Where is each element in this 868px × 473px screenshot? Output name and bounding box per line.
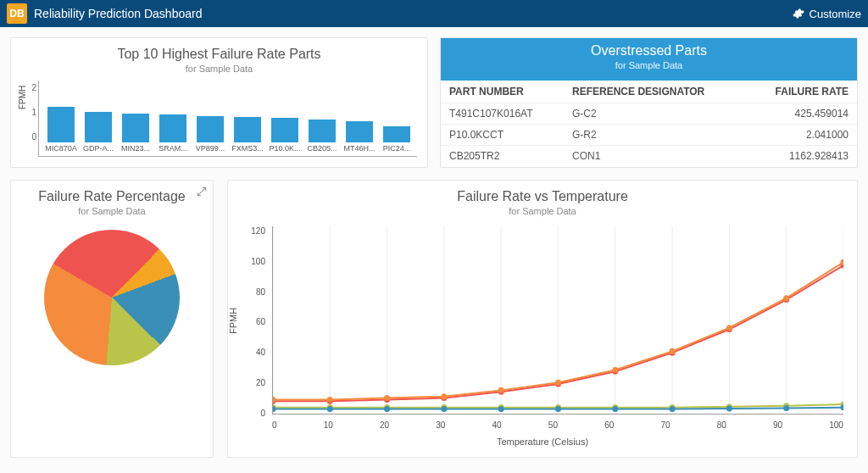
svg-point-26 <box>498 387 504 393</box>
bar-label: PIC24... <box>383 144 411 156</box>
app-header: DB Reliability Prediction Dashboard Cust… <box>0 0 868 27</box>
svg-point-51 <box>670 406 676 412</box>
pie-wrap <box>21 223 203 365</box>
svg-point-31 <box>783 295 789 301</box>
bar[interactable] <box>122 114 149 142</box>
header-left: DB Reliability Prediction Dashboard <box>7 3 202 24</box>
pie-title: Failure Rate Percentage <box>21 189 203 204</box>
bar[interactable] <box>47 107 75 143</box>
bar-col: P10.0K... <box>268 118 302 156</box>
bar-col: CB205... <box>305 120 339 156</box>
svg-point-28 <box>612 367 618 373</box>
svg-point-49 <box>555 406 561 412</box>
line-yaxis: 120100806040200 <box>238 223 267 418</box>
pie-chart <box>44 230 180 365</box>
svg-point-25 <box>441 393 447 399</box>
svg-point-48 <box>498 406 504 412</box>
table-row[interactable]: T491C107K016ATG-C2425.459014 <box>441 103 857 125</box>
bar-col: VP899... <box>193 116 227 156</box>
svg-point-23 <box>327 397 333 403</box>
svg-point-47 <box>441 406 447 412</box>
gear-icon <box>793 8 804 19</box>
bar-label: VP899... <box>196 144 225 156</box>
svg-point-50 <box>612 406 618 412</box>
bar-col: GDP-A... <box>81 112 115 156</box>
col-ref[interactable]: REFERENCE DESIGNATOR <box>564 81 747 103</box>
svg-point-53 <box>783 405 789 411</box>
bar[interactable] <box>197 116 224 142</box>
line-title: Failure Rate vs Temperature <box>238 189 847 204</box>
customize-label: Customize <box>810 8 861 20</box>
bar-area: MIC870AGDP-A...MIN23...SRAM...VP899...FX… <box>38 81 417 157</box>
dashboard-grid: Top 10 Highest Failure Rate Parts for Sa… <box>0 27 868 468</box>
bar[interactable] <box>383 126 410 142</box>
overstressed-panel: Overstressed Parts for Sample Data PART … <box>440 37 858 168</box>
expand-icon[interactable] <box>196 186 208 198</box>
line-xaxis: 0102030405060708090100 <box>272 420 843 430</box>
bar-col: MIC870A <box>44 107 78 157</box>
bar-label: CB205... <box>307 144 337 156</box>
overstressed-header: Overstressed Parts for Sample Data <box>441 38 857 81</box>
col-part[interactable]: PART NUMBER <box>441 81 564 103</box>
overstressed-title: Overstressed Parts <box>441 43 857 58</box>
line-panel: Failure Rate vs Temperature for Sample D… <box>227 180 858 458</box>
bar[interactable] <box>309 120 336 142</box>
bar-col: SRAM... <box>156 114 190 156</box>
bar[interactable] <box>346 121 373 143</box>
bar-label: GDP-A... <box>83 144 114 156</box>
bar[interactable] <box>159 114 186 142</box>
svg-point-30 <box>726 325 732 331</box>
pie-subtitle: for Sample Data <box>21 206 203 216</box>
page-title: Reliability Prediction Dashboard <box>34 7 202 20</box>
overstressed-subtitle: for Sample Data <box>441 60 857 70</box>
svg-point-24 <box>384 395 390 401</box>
svg-point-46 <box>384 406 390 412</box>
bar-col: MIN23... <box>119 114 153 156</box>
bar[interactable] <box>234 117 261 142</box>
bar-label: SRAM... <box>159 144 187 156</box>
svg-point-29 <box>670 348 676 354</box>
bar-label: P10.0K... <box>269 144 300 156</box>
bar-ylabel: FPMH <box>18 86 27 109</box>
svg-point-45 <box>327 406 333 412</box>
pie-panel: Failure Rate Percentage for Sample Data <box>10 180 214 458</box>
overstressed-table: PART NUMBER REFERENCE DESIGNATOR FAILURE… <box>441 81 857 166</box>
top10-title: Top 10 Highest Failure Rate Parts <box>21 47 417 62</box>
bar[interactable] <box>271 118 298 142</box>
top10-panel: Top 10 Highest Failure Rate Parts for Sa… <box>10 37 428 168</box>
bar-col: PIC24... <box>380 126 414 156</box>
line-ylabel: FPMH <box>228 308 238 334</box>
bar-label: FXMS3... <box>231 144 264 156</box>
logo-badge: DB <box>7 3 27 24</box>
svg-point-52 <box>726 406 732 412</box>
top10-subtitle: for Sample Data <box>21 64 417 74</box>
table-row[interactable]: CB205TR2CON11162.928413 <box>441 146 857 167</box>
bar-col: FXMS3... <box>231 117 264 156</box>
bar-label: MIN23... <box>121 144 150 156</box>
bar[interactable] <box>85 112 112 142</box>
svg-point-27 <box>555 380 561 386</box>
bar-label: MT46H... <box>343 144 375 156</box>
customize-button[interactable]: Customize <box>793 8 861 20</box>
bar-label: MIC870A <box>45 144 77 156</box>
line-subtitle: for Sample Data <box>238 206 847 216</box>
bar-chart: FPMH 2 1 0 MIC870AGDP-A...MIN23...SRAM..… <box>21 81 417 157</box>
bar-col: MT46H... <box>342 121 376 157</box>
line-chart: FPMH 120100806040200 0102030405060708090… <box>238 223 847 435</box>
col-rate[interactable]: FAILURE RATE <box>747 81 857 103</box>
line-plot-area <box>272 226 843 415</box>
table-row[interactable]: P10.0KCCTG-R22.041000 <box>441 125 857 146</box>
line-xlabel: Temperature (Celsius) <box>238 437 847 447</box>
